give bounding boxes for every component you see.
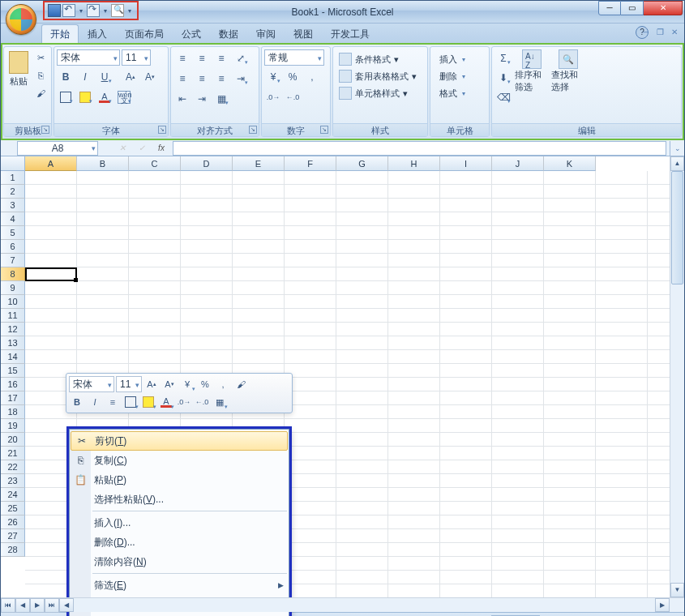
underline-button[interactable]: U (96, 68, 113, 86)
sheet-nav-next[interactable]: ▶ (30, 598, 45, 613)
row-header-13[interactable]: 13 (1, 336, 25, 350)
increase-decimal[interactable]: .0→ (264, 88, 282, 106)
row-header-7[interactable]: 7 (1, 254, 25, 267)
tab-view[interactable]: 视图 (285, 24, 322, 43)
format-cells[interactable]: 格式 (435, 85, 467, 101)
mini-border[interactable] (122, 394, 139, 410)
row-header-14[interactable]: 14 (1, 350, 25, 364)
mini-font-combo[interactable]: 宋体 (69, 376, 114, 392)
row-header-16[interactable]: 16 (1, 378, 25, 391)
mini-align-center[interactable]: ≡ (105, 394, 121, 410)
align-bottom[interactable]: ≡ (212, 49, 230, 67)
paste-button[interactable]: 粘贴 (6, 49, 30, 89)
select-all-corner[interactable] (1, 156, 25, 171)
row-header-3[interactable]: 3 (1, 199, 25, 212)
row-header-25[interactable]: 25 (1, 502, 25, 515)
vertical-scrollbar[interactable]: ▲ ▼ (670, 156, 684, 597)
menu-item-筛选[interactable]: 筛选(E)▶ (70, 575, 289, 595)
fill-button[interactable]: ⬇ (494, 69, 512, 87)
column-header-D[interactable]: D (181, 156, 233, 171)
border-button[interactable] (57, 88, 75, 106)
row-header-28[interactable]: 28 (1, 543, 25, 557)
row-header-24[interactable]: 24 (1, 488, 25, 502)
mini-accounting[interactable]: ¥ (179, 376, 195, 392)
align-right[interactable]: ≡ (212, 70, 230, 88)
row-header-12[interactable]: 12 (1, 323, 25, 336)
number-launcher[interactable]: ↘ (320, 126, 328, 134)
delete-cells[interactable]: 删除 (435, 68, 467, 84)
scroll-up[interactable]: ▲ (670, 156, 684, 171)
grow-font-button[interactable]: A▴ (122, 68, 139, 86)
name-box[interactable]: A8 (17, 141, 98, 156)
undo-dropdown[interactable]: ▾ (77, 4, 85, 17)
phonetic-button[interactable]: wén文 (115, 88, 133, 106)
align-left[interactable]: ≡ (173, 70, 191, 88)
row-header-20[interactable]: 20 (1, 433, 25, 447)
row-header-9[interactable]: 9 (1, 281, 25, 295)
column-header-H[interactable]: H (388, 156, 440, 171)
mini-shrink-font[interactable]: A▾ (161, 376, 178, 392)
column-header-E[interactable]: E (233, 156, 285, 171)
column-header-I[interactable]: I (440, 156, 492, 171)
close-button[interactable]: ✕ (644, 1, 683, 15)
mini-fill-color[interactable] (140, 394, 156, 410)
row-header-2[interactable]: 2 (1, 185, 25, 199)
align-center[interactable]: ≡ (193, 70, 211, 88)
vscroll-thumb[interactable] (671, 171, 683, 284)
align-launcher[interactable]: ↘ (249, 126, 257, 134)
tab-data[interactable]: 数据 (210, 24, 247, 43)
mini-bold[interactable]: B (69, 394, 85, 410)
autosum-button[interactable]: Σ (494, 49, 512, 67)
sheet-nav-first[interactable]: ⏮ (1, 598, 15, 613)
sheet-nav-prev[interactable]: ◀ (15, 598, 30, 613)
column-header-B[interactable]: B (77, 156, 129, 171)
save-icon[interactable] (48, 4, 61, 17)
mini-size-combo[interactable]: 11 (116, 376, 142, 392)
print-preview-icon[interactable] (111, 4, 124, 17)
row-header-15[interactable]: 15 (1, 364, 25, 378)
redo-dropdown[interactable]: ▾ (101, 4, 109, 17)
active-cell[interactable] (25, 267, 77, 281)
accounting-button[interactable]: ¥ (264, 68, 282, 86)
tab-insert[interactable]: 插入 (79, 24, 116, 43)
shrink-font-button[interactable]: A▾ (141, 68, 159, 86)
comma-button[interactable]: , (303, 68, 321, 86)
format-painter-button[interactable]: 🖌 (32, 85, 49, 101)
wrap-text-button[interactable]: ⇥ (232, 70, 250, 88)
orientation-button[interactable]: ⤢ (232, 49, 250, 67)
menu-item-删除[interactable]: 删除(D)... (70, 533, 289, 552)
column-header-J[interactable]: J (492, 156, 544, 171)
fill-color-button[interactable] (76, 88, 94, 106)
office-button[interactable] (6, 4, 36, 35)
row-header-6[interactable]: 6 (1, 240, 25, 254)
doc-minimize[interactable]: ─ (639, 26, 652, 39)
insert-cells[interactable]: 插入 (435, 51, 467, 67)
menu-item-粘贴[interactable]: 📋粘贴(P) (70, 470, 289, 490)
row-header-26[interactable]: 26 (1, 515, 25, 529)
tab-home[interactable]: 开始 (41, 24, 79, 43)
doc-close[interactable]: ✕ (668, 26, 681, 39)
cancel-icon[interactable]: ✕ (114, 142, 131, 155)
mini-grow-font[interactable]: A▴ (143, 376, 160, 392)
font-size-combo[interactable]: 11 (122, 49, 151, 66)
row-header-5[interactable]: 5 (1, 226, 25, 240)
sort-filter-button[interactable]: A↓Z排序和筛选 (515, 49, 549, 93)
redo-icon[interactable] (87, 4, 100, 17)
row-header-18[interactable]: 18 (1, 405, 25, 419)
conditional-formatting[interactable]: 条件格式 ▾ (337, 51, 418, 67)
increase-indent[interactable]: ⇥ (193, 90, 211, 108)
mini-italic[interactable]: I (87, 394, 103, 410)
mini-percent[interactable]: % (197, 376, 213, 392)
align-top[interactable]: ≡ (173, 49, 191, 67)
mini-dec-decimal[interactable]: ←.0 (194, 394, 210, 410)
tab-review[interactable]: 审阅 (247, 24, 285, 43)
clipboard-launcher[interactable]: ↘ (41, 126, 49, 134)
column-header-A[interactable]: A (25, 156, 77, 171)
formula-bar-expand[interactable]: ⌄ (670, 141, 684, 156)
menu-item-清除内容[interactable]: 清除内容(N) (70, 552, 289, 571)
percent-button[interactable]: % (284, 68, 302, 86)
undo-icon[interactable] (62, 4, 75, 17)
menu-item-插入[interactable]: 插入(I)... (70, 513, 289, 533)
find-select-button[interactable]: 🔍查找和选择 (551, 49, 585, 93)
mini-format-painter[interactable]: 🖌 (233, 376, 249, 392)
